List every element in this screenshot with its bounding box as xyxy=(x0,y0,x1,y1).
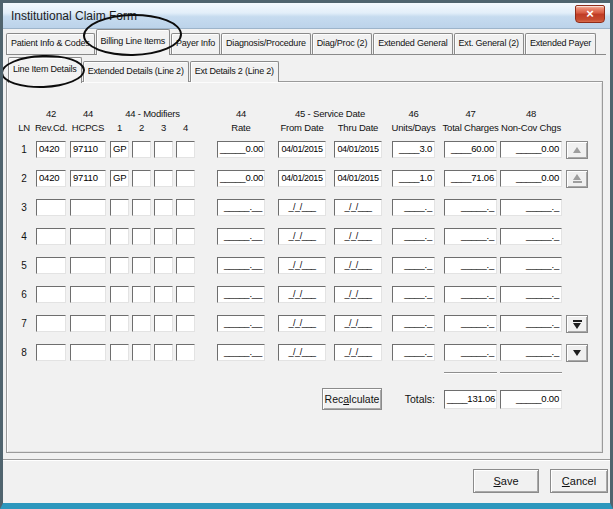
outer-tab-diagnosis-procedure[interactable]: Diagnosis/Procedure xyxy=(221,33,311,54)
hcpcs-field[interactable]: 97110 xyxy=(70,141,106,158)
from-date-field[interactable]: 04/01/2015 xyxy=(278,170,326,187)
hcpcs-field[interactable] xyxy=(70,228,106,245)
hcpcs-field[interactable] xyxy=(70,315,106,332)
from-date-field[interactable]: _/_/___ xyxy=(278,257,326,274)
thru-date-field[interactable]: 04/01/2015 xyxy=(334,141,382,158)
total-charges-field[interactable]: _____._ xyxy=(444,344,497,361)
modifier-4-field[interactable] xyxy=(176,141,195,158)
modifier-1-field[interactable] xyxy=(110,199,129,216)
modifier-1-field[interactable] xyxy=(110,228,129,245)
units-days-field[interactable]: ____._ xyxy=(392,344,435,361)
from-date-field[interactable]: 04/01/2015 xyxy=(278,141,326,158)
scroll-to-top-button[interactable] xyxy=(566,170,588,188)
totals-total-charges-field[interactable]: ____131.06 xyxy=(444,390,497,409)
rev-code-field[interactable] xyxy=(36,315,66,332)
from-date-field[interactable]: _/_/___ xyxy=(278,199,326,216)
non-cov-chgs-field[interactable]: _____._ xyxy=(500,228,562,245)
modifier-2-field[interactable] xyxy=(132,344,151,361)
modifier-3-field[interactable] xyxy=(154,344,173,361)
hcpcs-field[interactable] xyxy=(70,257,106,274)
outer-tab-diag-proc-2[interactable]: Diag/Proc (2) xyxy=(312,33,372,54)
totals-non-cov-chgs-field[interactable]: _____0.00 xyxy=(500,390,562,409)
from-date-field[interactable]: _/_/___ xyxy=(278,315,326,332)
total-charges-field[interactable]: _____._ xyxy=(444,315,497,332)
inner-tab-extended-details-line-2[interactable]: Extended Details (Line 2) xyxy=(83,61,189,82)
modifier-2-field[interactable] xyxy=(132,286,151,303)
outer-tab-extended-payer[interactable]: Extended Payer xyxy=(525,33,596,54)
non-cov-chgs-field[interactable]: _____._ xyxy=(500,257,562,274)
modifier-3-field[interactable] xyxy=(154,315,173,332)
hcpcs-field[interactable] xyxy=(70,199,106,216)
scroll-down-button[interactable] xyxy=(566,344,588,362)
modifier-4-field[interactable] xyxy=(176,199,195,216)
rate-field[interactable]: _____.__ xyxy=(217,199,265,216)
units-days-field[interactable]: ____._ xyxy=(392,257,435,274)
modifier-4-field[interactable] xyxy=(176,170,195,187)
modifier-1-field[interactable] xyxy=(110,286,129,303)
non-cov-chgs-field[interactable]: _____._ xyxy=(500,286,562,303)
thru-date-field[interactable]: _/_/___ xyxy=(334,228,382,245)
modifier-3-field[interactable] xyxy=(154,199,173,216)
thru-date-field[interactable]: _/_/___ xyxy=(334,257,382,274)
units-days-field[interactable]: ____1.0 xyxy=(392,170,435,187)
thru-date-field[interactable]: 04/01/2015 xyxy=(334,170,382,187)
modifier-4-field[interactable] xyxy=(176,228,195,245)
units-days-field[interactable]: ____._ xyxy=(392,286,435,303)
modifier-1-field[interactable] xyxy=(110,257,129,274)
hcpcs-field[interactable]: 97110 xyxy=(70,170,106,187)
units-days-field[interactable]: ____._ xyxy=(392,228,435,245)
outer-tab-ext-general-2[interactable]: Ext. General (2) xyxy=(454,33,524,54)
total-charges-field[interactable]: ____71.06 xyxy=(444,170,497,187)
rev-code-field[interactable] xyxy=(36,228,66,245)
rate-field[interactable]: _____0.00 xyxy=(217,170,265,187)
non-cov-chgs-field[interactable]: _____._ xyxy=(500,199,562,216)
modifier-2-field[interactable] xyxy=(132,199,151,216)
hcpcs-field[interactable] xyxy=(70,344,106,361)
non-cov-chgs-field[interactable]: _____0.00 xyxy=(500,170,562,187)
modifier-2-field[interactable] xyxy=(132,141,151,158)
thru-date-field[interactable]: _/_/___ xyxy=(334,199,382,216)
modifier-1-field[interactable]: GP xyxy=(110,141,129,158)
total-charges-field[interactable]: _____._ xyxy=(444,199,497,216)
rev-code-field[interactable] xyxy=(36,286,66,303)
total-charges-field[interactable]: _____._ xyxy=(444,257,497,274)
save-button[interactable]: Save xyxy=(473,469,539,493)
outer-tab-patient-info-codes[interactable]: Patient Info & Codes xyxy=(6,33,95,54)
modifier-1-field[interactable] xyxy=(110,344,129,361)
from-date-field[interactable]: _/_/___ xyxy=(278,228,326,245)
rev-code-field[interactable] xyxy=(36,199,66,216)
hcpcs-field[interactable] xyxy=(70,286,106,303)
modifier-3-field[interactable] xyxy=(154,257,173,274)
scroll-up-button[interactable] xyxy=(566,141,588,159)
modifier-4-field[interactable] xyxy=(176,344,195,361)
thru-date-field[interactable]: _/_/___ xyxy=(334,344,382,361)
units-days-field[interactable]: ____._ xyxy=(392,199,435,216)
modifier-2-field[interactable] xyxy=(132,315,151,332)
rate-field[interactable]: _____.__ xyxy=(217,344,265,361)
modifier-4-field[interactable] xyxy=(176,315,195,332)
rate-field[interactable]: _____.__ xyxy=(217,228,265,245)
non-cov-chgs-field[interactable]: _____0.00 xyxy=(500,141,562,158)
rev-code-field[interactable]: 0420 xyxy=(36,141,66,158)
modifier-3-field[interactable] xyxy=(154,170,173,187)
recalculate-button[interactable]: Recalculate xyxy=(322,388,382,410)
modifier-1-field[interactable]: GP xyxy=(110,170,129,187)
modifier-3-field[interactable] xyxy=(154,228,173,245)
outer-tab-extended-general[interactable]: Extended General xyxy=(373,33,452,54)
rev-code-field[interactable]: 0420 xyxy=(36,170,66,187)
units-days-field[interactable]: ____3.0 xyxy=(392,141,435,158)
modifier-2-field[interactable] xyxy=(132,228,151,245)
modifier-2-field[interactable] xyxy=(132,257,151,274)
rev-code-field[interactable] xyxy=(36,257,66,274)
from-date-field[interactable]: _/_/___ xyxy=(278,344,326,361)
modifier-3-field[interactable] xyxy=(154,141,173,158)
units-days-field[interactable]: ____._ xyxy=(392,315,435,332)
modifier-3-field[interactable] xyxy=(154,286,173,303)
modifier-4-field[interactable] xyxy=(176,286,195,303)
modifier-2-field[interactable] xyxy=(132,170,151,187)
rate-field[interactable]: _____.__ xyxy=(217,286,265,303)
modifier-4-field[interactable] xyxy=(176,257,195,274)
total-charges-field[interactable]: _____._ xyxy=(444,286,497,303)
rate-field[interactable]: _____.__ xyxy=(217,315,265,332)
rate-field[interactable]: _____0.00 xyxy=(217,141,265,158)
